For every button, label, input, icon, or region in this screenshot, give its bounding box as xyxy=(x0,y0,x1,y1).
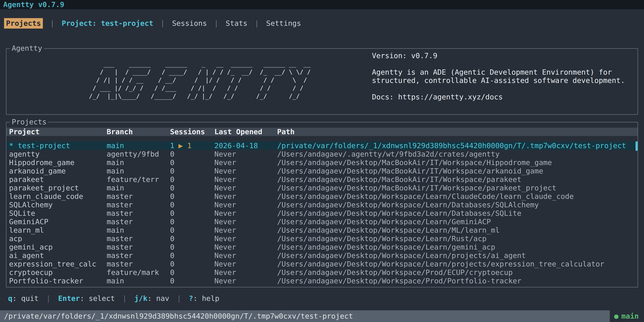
cell-path: /Users/andagaev/Desktop/MacBookAir/IT/Wo… xyxy=(277,167,638,175)
cell-path: /Users/andagaev/Desktop/Workspace/Learn/… xyxy=(277,209,638,218)
spacer xyxy=(372,84,625,93)
cell-branch: master xyxy=(107,260,170,268)
help-key-select: Enter xyxy=(58,294,80,302)
cell-project: expression_tree_calc xyxy=(9,260,107,268)
table-row[interactable]: Hippodrome_game main 0 Never /Users/anda… xyxy=(6,158,638,167)
cell-path: /Users/andagaev/Desktop/Workspace/Learn/… xyxy=(277,226,638,234)
cell-branch: master xyxy=(107,209,170,218)
cell-sessions: 1▶ 1 xyxy=(170,142,214,150)
cell-path: /Users/andagaev/.agentty/wt/9fbd3a2d/cra… xyxy=(277,150,638,158)
table-row[interactable]: expression_tree_calc master 0 Never /Use… xyxy=(6,260,638,268)
cell-last-opened: Never xyxy=(214,158,277,167)
table-row[interactable]: parakeet feature/terr 0 Never /Users/and… xyxy=(6,175,638,184)
tab-bar: Projects | Project: test-project | Sessi… xyxy=(4,18,301,28)
cell-path: /private/var/folders/_1/xdnwsnl929d389bh… xyxy=(277,142,638,150)
cell-sessions: 0 xyxy=(170,184,214,192)
table-row[interactable]: cryptoecup feature/mark 0 Never /Users/a… xyxy=(6,268,638,277)
column-header-branch: Branch xyxy=(107,128,170,136)
cell-branch: master xyxy=(107,218,170,226)
cell-last-opened: Never xyxy=(214,234,277,243)
cell-last-opened: Never xyxy=(214,243,277,251)
docs-link[interactable]: Docs: https://agentty.xyz/docs xyxy=(372,93,625,101)
cell-branch: main xyxy=(107,158,170,167)
cell-branch: master xyxy=(107,251,170,260)
status-project-path: /private/var/folders/_1/xdnwsnl929d389bh… xyxy=(0,312,353,320)
cell-path: /Users/andagaev/Desktop/Workspace/Prod/P… xyxy=(277,277,638,285)
cell-last-opened: Never xyxy=(214,277,277,285)
cell-sessions: 0 xyxy=(170,251,214,260)
help-desc-nav: : nav xyxy=(148,294,169,302)
projects-panel: Projects Project Branch Sessions Last Op… xyxy=(6,122,638,288)
help-key-quit: q xyxy=(8,294,12,302)
cell-last-opened: Never xyxy=(214,268,277,277)
description-line-1: Agentty is an ADE (Agentic Development E… xyxy=(372,68,625,76)
description-line-2: structured, controllable AI-assisted sof… xyxy=(372,76,625,84)
agentty-ascii-logo: ___ ______ ______ _ __ ______ ______ __ … xyxy=(89,60,311,100)
cell-last-opened: Never xyxy=(214,251,277,260)
cell-path: /Users/andagaev/Desktop/Workspace/Learn/… xyxy=(277,218,638,226)
cell-sessions: 0 xyxy=(170,158,214,167)
tab-separator: | xyxy=(211,19,222,27)
cell-path: /Users/andagaev/Desktop/Workspace/Learn/… xyxy=(277,251,638,260)
cell-last-opened: 2026-04-18 xyxy=(214,142,277,150)
table-row[interactable]: learn_claude_code master 0 Never /Users/… xyxy=(6,192,638,201)
app-title: Agentty v0.7.9 xyxy=(3,0,64,9)
cell-branch: master xyxy=(107,234,170,243)
cell-sessions: 0 xyxy=(170,260,214,268)
cell-path: /Users/andagaev/Desktop/MacBookAir/IT/Wo… xyxy=(277,175,638,184)
table-row[interactable]: arkanoid_game main 0 Never /Users/andaga… xyxy=(6,167,638,175)
table-row[interactable]: SQLite master 0 Never /Users/andagaev/De… xyxy=(6,209,638,218)
cell-sessions: 0 xyxy=(170,277,214,285)
table-row[interactable]: gemini_acp master 0 Never /Users/andagae… xyxy=(6,243,638,251)
tab-stats[interactable]: Stats xyxy=(226,19,247,27)
cell-path: /Users/andagaev/Desktop/MacBookAir/IT/Wo… xyxy=(277,184,638,192)
table-row[interactable]: acp master 0 Never /Users/andagaev/Deskt… xyxy=(6,234,638,243)
cell-project: acp xyxy=(9,234,107,243)
tab-sessions[interactable]: Sessions xyxy=(172,19,207,27)
cell-sessions: 0 xyxy=(170,167,214,175)
cell-sessions: 0 xyxy=(170,175,214,184)
cell-project: Portfolio-tracker xyxy=(9,277,107,285)
tab-projects[interactable]: Projects xyxy=(4,18,43,28)
about-panel-title: Agentty xyxy=(10,44,44,52)
cell-path: /Users/andagaev/Desktop/Workspace/Learn/… xyxy=(277,201,638,209)
about-info: Version: v0.7.9 Agentty is an ADE (Agent… xyxy=(372,52,625,101)
table-row[interactable]: learn_ml main 0 Never /Users/andagaev/De… xyxy=(6,226,638,234)
cell-branch: main xyxy=(107,226,170,234)
title-bar: Agentty v0.7.9 xyxy=(0,0,644,9)
table-row-selected[interactable]: * test-project main 1▶ 1 2026-04-18 /pri… xyxy=(6,142,638,150)
table-row[interactable]: agentty agentty/9fbd 0 Never /Users/anda… xyxy=(6,150,638,158)
column-header-path: Path xyxy=(277,128,638,136)
help-desc-select: : select xyxy=(80,294,115,302)
cell-last-opened: Never xyxy=(214,201,277,209)
cell-project: cryptoecup xyxy=(9,268,107,277)
cell-project: gemini_acp xyxy=(9,243,107,251)
help-separator: | xyxy=(174,294,184,302)
cell-path: /Users/andagaev/Desktop/Workspace/Prod/E… xyxy=(277,268,638,277)
table-row[interactable]: GeminiACP master 0 Never /Users/andagaev… xyxy=(6,218,638,226)
status-bar: /private/var/folders/_1/xdnwsnl929d389bh… xyxy=(0,310,644,322)
help-separator: | xyxy=(119,294,130,302)
help-key-nav: j/k xyxy=(134,294,148,302)
branch-dot-icon: ● xyxy=(614,312,619,320)
cell-project: ai_agent xyxy=(9,251,107,260)
cell-last-opened: Never xyxy=(214,209,277,218)
table-row[interactable]: ai_agent master 0 Never /Users/andagaev/… xyxy=(6,251,638,260)
table-row[interactable]: parakeet_project main 0 Never /Users/and… xyxy=(6,184,638,192)
cell-last-opened: Never xyxy=(214,226,277,234)
app-window: Agentty v0.7.9 Projects | Project: test-… xyxy=(0,0,644,322)
cell-branch: agentty/9fbd xyxy=(107,150,170,158)
cell-sessions: 0 xyxy=(170,192,214,201)
cell-last-opened: Never xyxy=(214,150,277,158)
tab-current-project[interactable]: Project: test-project xyxy=(62,19,153,27)
table-row[interactable]: SQLAlchemy master 0 Never /Users/andagae… xyxy=(6,201,638,209)
cell-sessions: 0 xyxy=(170,201,214,209)
cell-sessions: 0 xyxy=(170,234,214,243)
projects-table-body: * test-project main 1▶ 1 2026-04-18 /pri… xyxy=(6,142,638,285)
table-row[interactable]: Portfolio-tracker main 0 Never /Users/an… xyxy=(6,277,638,285)
cell-branch: master xyxy=(107,192,170,201)
cell-last-opened: Never xyxy=(214,167,277,175)
tab-settings[interactable]: Settings xyxy=(266,19,301,27)
scrollbar-thumb[interactable] xyxy=(636,142,638,151)
tab-separator: | xyxy=(47,19,57,27)
